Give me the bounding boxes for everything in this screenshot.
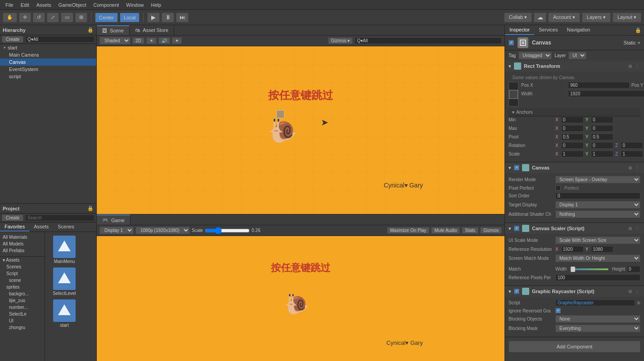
rot-y-input[interactable] bbox=[591, 142, 613, 149]
menu-gameobject[interactable]: GameObject bbox=[55, 2, 90, 8]
ref-pixels-input[interactable] bbox=[555, 274, 640, 281]
fav-all-materials[interactable]: All Materials bbox=[0, 234, 45, 241]
scene-fx-btn[interactable]: ✦ bbox=[172, 37, 182, 44]
maximize-btn[interactable]: Maximize On Play bbox=[387, 227, 430, 234]
object-enable-checkbox[interactable] bbox=[509, 40, 514, 45]
scale-slider[interactable] bbox=[205, 227, 250, 234]
hierarchy-item-script[interactable]: script bbox=[0, 73, 96, 80]
tree-scene[interactable]: scene bbox=[0, 277, 45, 284]
menu-assets[interactable]: Assets bbox=[33, 2, 55, 8]
game-view[interactable]: 按任意键跳过 🐌 Cynical▾ Gary bbox=[97, 236, 504, 361]
gr-blocking-objects-select[interactable]: None bbox=[555, 315, 640, 323]
display-select[interactable]: Display 1 bbox=[99, 227, 134, 234]
gr-overflow-btn[interactable]: ⋮ bbox=[634, 289, 640, 294]
rot-x-input[interactable] bbox=[561, 142, 584, 149]
local-button[interactable]: Local bbox=[120, 13, 140, 22]
scale-z-input[interactable] bbox=[621, 151, 643, 157]
shaded-dropdown[interactable]: Shaded bbox=[99, 37, 131, 45]
account-button[interactable]: Account ▾ bbox=[548, 13, 580, 22]
fav-all-models[interactable]: All Models bbox=[0, 241, 45, 247]
game-gizmos-btn[interactable]: Gizmos bbox=[480, 227, 502, 234]
max-y-input[interactable] bbox=[591, 125, 613, 132]
pos-x-input[interactable] bbox=[568, 82, 630, 89]
tree-numbers[interactable]: number... bbox=[0, 304, 45, 311]
hierarchy-item-eventsystem[interactable]: EventSystem bbox=[0, 66, 96, 73]
hierarchy-item-start[interactable]: ▾ start bbox=[0, 44, 96, 51]
project-create-btn[interactable]: Create bbox=[2, 214, 23, 221]
pixel-perfect-checkbox[interactable] bbox=[555, 185, 561, 191]
canvas-overflow-btn[interactable]: ⋮ bbox=[634, 165, 640, 170]
tab-services[interactable]: Services bbox=[534, 25, 562, 35]
mode-2d-btn[interactable]: 2D bbox=[132, 37, 144, 44]
tab-inspector[interactable]: Inspector bbox=[505, 25, 534, 35]
graphic-raycaster-header[interactable]: ▾ Graphic Raycaster (Script) ⚙ ⋮ bbox=[505, 286, 644, 297]
ref-y-input[interactable] bbox=[591, 246, 613, 253]
resolution-select[interactable]: 1080p (1920x1080) bbox=[135, 227, 190, 234]
tree-selectle[interactable]: SelectLe bbox=[0, 311, 45, 317]
collab-button[interactable]: Collab ▾ bbox=[504, 13, 532, 22]
menu-component[interactable]: Component bbox=[90, 2, 122, 8]
scaler-overflow-btn[interactable]: ⋮ bbox=[634, 226, 640, 231]
center-button[interactable]: Center bbox=[95, 13, 118, 22]
match-value-input[interactable] bbox=[627, 266, 640, 272]
asset-mainmenu[interactable]: MainMenu bbox=[49, 236, 80, 264]
scale-x-input[interactable] bbox=[561, 151, 584, 157]
fav-all-prefabs[interactable]: All Prefabs bbox=[0, 247, 45, 254]
rect-transform-header[interactable]: ▾ Rect Transform ⚙ ⋮ bbox=[505, 61, 644, 71]
match-slider[interactable] bbox=[571, 268, 609, 270]
menu-help[interactable]: Help bbox=[147, 2, 165, 8]
max-x-input[interactable] bbox=[561, 125, 584, 132]
layout-button[interactable]: Layout ▾ bbox=[612, 13, 641, 22]
ref-x-input[interactable] bbox=[561, 246, 584, 253]
tree-script[interactable]: Script bbox=[0, 270, 45, 277]
gr-ignore-checkbox[interactable] bbox=[555, 308, 561, 313]
min-x-input[interactable] bbox=[561, 116, 584, 123]
asset-start[interactable]: start bbox=[49, 299, 80, 328]
tree-scenes[interactable]: Scenes bbox=[0, 263, 45, 270]
play-button[interactable]: ▶ bbox=[147, 13, 160, 22]
rect-overflow-btn[interactable]: ⋮ bbox=[634, 64, 640, 69]
gr-script-value[interactable]: GraphicRaycaster bbox=[555, 299, 635, 306]
hierarchy-search[interactable] bbox=[25, 36, 95, 43]
rot-z-input[interactable] bbox=[621, 142, 643, 149]
scene-view[interactable]: 按任意键跳过 🐌 ➤ Cynical▾ Gary bbox=[97, 46, 504, 214]
cloud-button[interactable]: ☁ bbox=[534, 13, 546, 22]
tree-lijie[interactable]: lijie_zuo bbox=[0, 297, 45, 304]
canvas-component-header[interactable]: ▾ Canvas ⚙ ⋮ bbox=[505, 162, 644, 173]
hand-tool[interactable]: ✋ bbox=[3, 13, 17, 22]
hierarchy-create-btn[interactable]: Create bbox=[2, 36, 23, 43]
gizmos-btn[interactable]: Gizmos ▾ bbox=[328, 37, 353, 44]
tab-favorites[interactable]: Favorites bbox=[0, 223, 29, 232]
tree-background[interactable]: backgro... bbox=[0, 290, 45, 297]
gr-checkbox[interactable] bbox=[514, 289, 519, 294]
move-tool[interactable]: ✛ bbox=[19, 13, 31, 22]
rect-tool[interactable]: ▭ bbox=[61, 13, 73, 22]
min-y-input[interactable] bbox=[591, 116, 613, 123]
tab-asset-store[interactable]: 🛍 Asset Store bbox=[130, 25, 174, 35]
ui-scale-select[interactable]: Scale With Screen Size bbox=[555, 236, 640, 244]
pivot-x-input[interactable] bbox=[561, 134, 584, 140]
hierarchy-item-canvas[interactable]: Canvas bbox=[0, 58, 96, 66]
canvas-settings-btn[interactable]: ⚙ bbox=[627, 165, 633, 170]
canvas-enable-checkbox[interactable] bbox=[514, 165, 519, 170]
layers-button[interactable]: Layers ▾ bbox=[582, 13, 611, 22]
tree-sprites[interactable]: sprites bbox=[0, 284, 45, 290]
canvas-scaler-header[interactable]: ▾ Canvas Scaler (Script) ⚙ ⋮ bbox=[505, 223, 644, 234]
gr-settings-btn[interactable]: ⚙ bbox=[627, 289, 633, 294]
tab-navigation[interactable]: Navigation bbox=[562, 25, 594, 35]
tree-assets[interactable]: ▾ Assets bbox=[0, 257, 45, 263]
menu-edit[interactable]: Edit bbox=[17, 2, 33, 8]
screen-match-select[interactable]: Match Width Or Height bbox=[555, 254, 640, 262]
stats-btn[interactable]: Stats bbox=[462, 227, 478, 234]
asset-selectlevel[interactable]: SelectLevel bbox=[49, 267, 80, 296]
canvas-scaler-checkbox[interactable] bbox=[514, 226, 519, 231]
inspector-lock[interactable]: 🔒 bbox=[632, 25, 644, 35]
scene-audio-btn[interactable]: 🔊 bbox=[158, 37, 170, 44]
scene-light-btn[interactable]: ☀ bbox=[146, 37, 157, 44]
tree-zhongru[interactable]: zhongru bbox=[0, 324, 45, 331]
tag-dropdown[interactable]: Untagged bbox=[518, 52, 552, 59]
gr-blocking-mask-select[interactable]: Everything bbox=[555, 325, 640, 332]
pause-button[interactable]: ⏸ bbox=[162, 13, 174, 22]
target-display-select[interactable]: Display 1 bbox=[555, 201, 640, 209]
pivot-y-input[interactable] bbox=[591, 134, 613, 140]
